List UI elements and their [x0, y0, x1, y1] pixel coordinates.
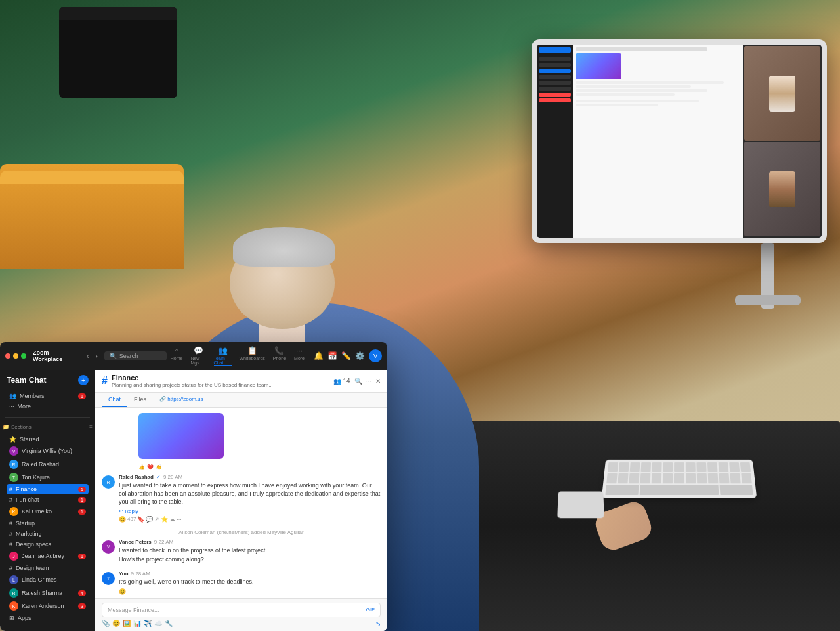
nav-home-label: Home	[171, 356, 183, 360]
sidebar-item-rajesh[interactable]: R Rajesh Sharma 4	[7, 586, 89, 599]
upload-action[interactable]: ☁	[169, 516, 175, 523]
new-chat-button[interactable]: +	[78, 375, 89, 385]
raled-msg-content: Raled Rashad ✓ 9:20 AM I just wanted to …	[119, 474, 381, 523]
back-button[interactable]: ‹	[84, 351, 91, 361]
nav-phone[interactable]: 📞 Phone	[273, 346, 286, 366]
members-count-icon[interactable]: 👥 14	[333, 378, 350, 385]
sidebar-item-virginia[interactable]: V Virginia Willis (You)	[7, 445, 89, 458]
tab-files[interactable]: Files	[127, 393, 153, 407]
image-icon[interactable]: 🖼️	[123, 620, 131, 627]
filter-icon[interactable]: ≡	[89, 424, 93, 430]
newmgs-icon: 💬	[194, 346, 203, 355]
reaction-clap[interactable]: 👏	[156, 464, 162, 470]
nav-newmgs[interactable]: 💬 New Mgs	[190, 346, 205, 366]
channel-hash-icon: #	[102, 375, 108, 387]
sidebar-item-startup[interactable]: # Startup	[7, 518, 89, 529]
sidebar-item-starred[interactable]: ⭐ Starred	[7, 434, 89, 445]
input-placeholder: Message Finance...	[108, 607, 159, 613]
sidebar-item-designspecs[interactable]: # Design specs	[7, 539, 89, 550]
search-placeholder: Search	[119, 353, 138, 359]
more-icon: ···	[296, 346, 303, 355]
marketing-icon: #	[9, 531, 12, 537]
nav-teamchat[interactable]: 👥 Team Chat	[214, 346, 232, 366]
chat-messages[interactable]: 👍 ❤️ 👏 R Raled Rashad ✓ 9:20 AM I	[95, 408, 387, 598]
message-input-area: Message Finance... GIF 📎 😊 🖼️ 📊 ✈️ ☁️ 🔧 …	[95, 598, 387, 631]
vance-msg-time: 9:22 AM	[154, 539, 173, 545]
chart-icon[interactable]: 📊	[133, 620, 141, 627]
tori-avatar: T	[9, 473, 18, 482]
react-action[interactable]: 💬	[146, 516, 153, 523]
search-chat-icon[interactable]: 🔍	[354, 378, 362, 385]
expand-icon[interactable]: ⤡	[375, 620, 381, 627]
emoji-picker-icon[interactable]: 😊	[112, 620, 120, 627]
sidebar-divider-1	[5, 417, 90, 418]
you-msg-time-1: 9:28 AM	[131, 571, 150, 577]
tab-chat[interactable]: Chat	[102, 393, 127, 407]
close-dot[interactable]	[5, 353, 10, 359]
emoji-you-action[interactable]: 😊	[119, 588, 126, 595]
sidebar-item-raled[interactable]: R Raled Rashad	[7, 458, 89, 471]
reply-button[interactable]: ↩ Reply	[119, 508, 138, 514]
edit-icon[interactable]: ✏️	[341, 351, 351, 360]
sidebar-item-more[interactable]: ··· More	[7, 401, 89, 412]
sidebar-item-apps[interactable]: ⊞ Apps	[7, 613, 89, 623]
sidebar-item-jeannae[interactable]: J Jeannae Aubrey 1	[7, 550, 89, 563]
more-actions[interactable]: ···	[177, 516, 182, 523]
minimize-dot[interactable]	[13, 353, 18, 359]
search-bar[interactable]: 🔍 Search	[104, 351, 167, 360]
user-avatar[interactable]: V	[369, 349, 382, 362]
message-vance: V Vance Peters 9:22 AM I wanted to check…	[102, 539, 381, 564]
image-attachment: 👍 ❤️ 👏	[119, 413, 381, 470]
sidebar-item-kai[interactable]: K Kai Umeiko 1	[7, 505, 89, 518]
top-nav: ⌂ Home 💬 New Mgs 👥 Team Chat 📋 Whiteboar…	[171, 346, 304, 366]
sidebar-item-marketing[interactable]: # Marketing	[7, 529, 89, 539]
notification-icon[interactable]: 🔔	[314, 351, 324, 360]
members-icon: 👥	[9, 393, 16, 399]
nav-back-forward[interactable]: ‹ ›	[84, 351, 100, 361]
tori-label: Tori Kajura	[22, 474, 86, 481]
message-input[interactable]: Message Finance... GIF	[102, 603, 381, 617]
channel-info: Finance Planning and sharing projects st…	[112, 374, 273, 388]
sidebar-item-finance[interactable]: # Finance 1	[7, 484, 89, 494]
tool-icon[interactable]: 🔧	[165, 620, 173, 627]
sidebar-item-funchat[interactable]: # Fun-chat 1	[7, 494, 89, 505]
ellipsis-icon[interactable]: ···	[366, 378, 371, 385]
window-controls	[5, 353, 26, 359]
maximize-dot[interactable]	[21, 353, 26, 359]
star-action[interactable]: ⭐	[161, 516, 168, 523]
emoji-action[interactable]: 😊	[119, 516, 126, 523]
reaction-thumbs[interactable]: 👍	[138, 464, 145, 470]
sidebar-item-members[interactable]: 👥 Members 1	[7, 391, 89, 401]
cloud-icon[interactable]: ☁️	[154, 620, 162, 627]
nav-home[interactable]: ⌂ Home	[171, 346, 183, 366]
kai-badge: 1	[78, 509, 86, 515]
sidebar-item-designteam[interactable]: # Design team	[7, 563, 89, 573]
attachment-icon[interactable]: 📎	[102, 620, 110, 627]
raled-msg-time: 9:20 AM	[163, 474, 182, 480]
reply-count[interactable]: 437	[127, 516, 136, 523]
more-you-actions[interactable]: ···	[127, 588, 133, 595]
forward-action[interactable]: ↗	[154, 516, 159, 523]
nav-more[interactable]: ··· More	[294, 346, 304, 366]
channel-name: Finance	[112, 374, 139, 381]
settings-icon[interactable]: ⚙️	[355, 351, 365, 360]
close-chat-icon[interactable]: ✕	[375, 378, 381, 385]
gif-icon[interactable]: GIF	[366, 607, 375, 613]
system-message: Alison Coleman (she/her/hers) added Mayv…	[102, 529, 381, 535]
forward-button[interactable]: ›	[93, 351, 100, 361]
reaction-heart[interactable]: ❤️	[147, 464, 154, 470]
channel-link[interactable]: 🔗 https://zoom.us	[156, 393, 207, 407]
you-msg-text-1: It's going well, we're on track to meet …	[119, 578, 381, 586]
channel-description: Planning and sharing projects status for…	[112, 382, 273, 388]
raled-label: Raled Rashad	[22, 461, 86, 468]
sidebar-item-linda[interactable]: L Linda Grimes	[7, 573, 89, 586]
whiteboards-icon: 📋	[247, 346, 257, 355]
bookmark-action[interactable]: 🔖	[137, 516, 144, 523]
message-you-1: Y You 9:28 AM It's going well, we're on …	[102, 571, 381, 595]
calendar-icon[interactable]: 📅	[327, 351, 337, 360]
sidebar-item-tori[interactable]: T Tori Kajura	[7, 471, 89, 484]
nav-whiteboards[interactable]: 📋 Whiteboards	[240, 346, 265, 366]
you-msg-meta-1: You 9:28 AM	[119, 571, 381, 577]
sidebar-item-karen[interactable]: K Karen Anderson 3	[7, 599, 89, 613]
send-icon[interactable]: ✈️	[144, 620, 152, 627]
